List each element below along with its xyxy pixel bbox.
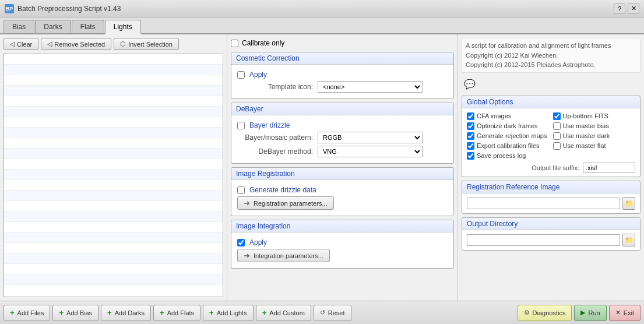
tab-bias[interactable]: Bias — [3, 20, 34, 33]
close-button[interactable]: ✕ — [628, 3, 639, 14]
registration-reference-header: Registration Reference Image — [462, 181, 640, 193]
cosmetic-apply-row: Apply — [237, 71, 448, 79]
invert-icon: ⬡ — [120, 40, 126, 48]
generate-drizzle-checkbox[interactable] — [237, 186, 245, 194]
option-optimize-dark-checkbox[interactable] — [467, 122, 474, 130]
option-use-master-dark-label: Use master dark — [563, 132, 610, 139]
calibrate-only-label: Calibrate only — [242, 39, 284, 47]
reset-button[interactable]: ↺ Reset — [314, 305, 351, 321]
folder-icon2: 📁 — [625, 236, 634, 244]
option-use-master-dark: Use master dark — [553, 132, 636, 140]
list-item — [4, 117, 223, 128]
run-button[interactable]: ▶ Run — [574, 305, 606, 321]
plus-icon: + — [10, 308, 15, 317]
add-bias-button[interactable]: + Add Bias — [52, 305, 98, 321]
list-item — [4, 96, 223, 107]
file-list-area[interactable] — [3, 54, 223, 297]
registration-reference-browse-button[interactable]: 📁 — [622, 197, 635, 210]
option-use-master-dark-checkbox[interactable] — [553, 132, 561, 140]
info-line1: A script for calibration and alignment o… — [466, 41, 636, 51]
add-files-button[interactable]: + Add Files — [3, 305, 50, 321]
registration-params-row: ➜ Registration parameters... — [237, 196, 448, 210]
cosmetic-apply-checkbox[interactable] — [237, 71, 245, 79]
integration-params-row: ➜ Integration parameters... — [237, 249, 448, 262]
cosmetic-apply-label: Apply — [249, 71, 267, 79]
reset-icon: ↺ — [320, 309, 325, 316]
cosmetic-correction-header: Cosmetic Correction — [231, 52, 453, 65]
registration-params-button[interactable]: ➜ Registration parameters... — [237, 196, 334, 210]
option-save-process-log: Save process log — [467, 152, 550, 160]
option-gen-rejection-checkbox[interactable] — [467, 132, 474, 140]
option-use-master-flat-label: Use master flat — [563, 142, 606, 149]
right-info-panel: A script for calibration and alignment o… — [458, 34, 644, 301]
list-item — [4, 128, 223, 138]
arrow-right-icon2: ➜ — [244, 251, 250, 260]
tab-darks[interactable]: Darks — [35, 20, 71, 33]
list-item — [4, 107, 223, 117]
exit-button[interactable]: ✕ Exit — [609, 305, 641, 321]
option-use-master-bias: Use master bias — [553, 122, 636, 131]
add-darks-button[interactable]: + Add Darks — [101, 305, 151, 321]
option-use-master-flat-checkbox[interactable] — [553, 142, 561, 150]
plus-icon5: + — [209, 308, 214, 317]
bayer-drizzle-row: Bayer drizzle — [237, 121, 448, 129]
list-item — [4, 233, 223, 243]
option-export-calibration-checkbox[interactable] — [467, 142, 474, 150]
chat-icon-area: 💬 — [462, 76, 641, 92]
list-item — [4, 65, 223, 75]
option-save-process-log-checkbox[interactable] — [467, 152, 474, 160]
list-item — [4, 86, 223, 96]
tab-bar: Bias Darks Flats Lights — [0, 17, 644, 34]
registration-reference-box: Registration Reference Image 📁 — [462, 181, 641, 214]
integration-apply-checkbox[interactable] — [237, 239, 245, 246]
global-options-box: Global Options CFA images Up-bottom FITS — [462, 96, 641, 177]
help-button[interactable]: ? — [614, 3, 625, 14]
integration-params-button[interactable]: ➜ Integration parameters... — [237, 249, 330, 262]
list-item — [4, 212, 223, 222]
folder-icon: 📁 — [625, 199, 634, 207]
tab-flats[interactable]: Flats — [72, 20, 104, 33]
option-cfa-images-checkbox[interactable] — [467, 112, 474, 120]
add-custom-button[interactable]: + Add Custom — [256, 305, 311, 321]
plus-icon6: + — [262, 308, 267, 317]
output-suffix-label: Output file suffix: — [467, 164, 579, 171]
output-suffix-input[interactable] — [583, 163, 635, 173]
plus-icon4: + — [160, 308, 164, 317]
info-text-box: A script for calibration and alignment o… — [462, 38, 641, 73]
list-item — [4, 264, 223, 274]
template-icon-row: Template icon: <none> — [237, 81, 448, 93]
debayer-section: DeBayer Bayer drizzle Bayer/mosaic patte… — [231, 103, 454, 164]
app-icon: BP — [5, 4, 14, 13]
add-lights-button[interactable]: + Add Lights — [203, 305, 254, 321]
integration-apply-label: Apply — [249, 238, 267, 246]
add-flats-button[interactable]: + Add Flats — [153, 305, 200, 321]
image-integration-section: Image Integration Apply ➜ Integration pa… — [231, 220, 454, 269]
option-export-calibration-label: Export calibration files — [477, 142, 540, 149]
option-use-master-bias-checkbox[interactable] — [553, 122, 561, 130]
option-save-process-log-label: Save process log — [477, 152, 526, 159]
bayer-drizzle-checkbox[interactable] — [237, 122, 245, 129]
option-up-bottom-fits-checkbox[interactable] — [553, 112, 561, 120]
output-directory-input[interactable] — [467, 234, 620, 246]
remove-selected-button[interactable]: ◁ Remove Selected — [41, 38, 111, 50]
diagnostics-button[interactable]: ⚙ Diagnostics — [518, 305, 572, 321]
output-directory-browse-button[interactable]: 📁 — [622, 234, 635, 246]
run-icon: ▶ — [580, 309, 585, 316]
invert-selection-button[interactable]: ⬡ Invert Selection — [114, 38, 179, 50]
list-item — [4, 54, 223, 65]
option-export-calibration: Export calibration files — [467, 142, 550, 150]
global-options-header: Global Options — [462, 96, 640, 108]
options-grid: CFA images Up-bottom FITS Optimize dark … — [467, 112, 635, 160]
registration-reference-input[interactable] — [467, 198, 620, 209]
template-icon-select[interactable]: <none> — [318, 81, 423, 93]
option-up-bottom-fits-label: Up-bottom FITS — [563, 112, 608, 119]
tab-lights[interactable]: Lights — [105, 20, 141, 34]
remove-icon: ◁ — [47, 40, 52, 48]
list-item — [4, 274, 223, 285]
calibrate-only-checkbox[interactable] — [231, 40, 238, 47]
app-title: Batch Preprocessing Script v1.43 — [17, 5, 121, 13]
option-optimize-dark-frames: Optimize dark frames — [467, 122, 550, 131]
bayer-mosaic-select[interactable]: RGGB BGGR GRBG GBRG — [318, 132, 423, 143]
debayer-method-select[interactable]: VNG Bilinear SuperPixel — [318, 146, 423, 157]
clear-button[interactable]: ◁ Clear — [3, 38, 38, 50]
